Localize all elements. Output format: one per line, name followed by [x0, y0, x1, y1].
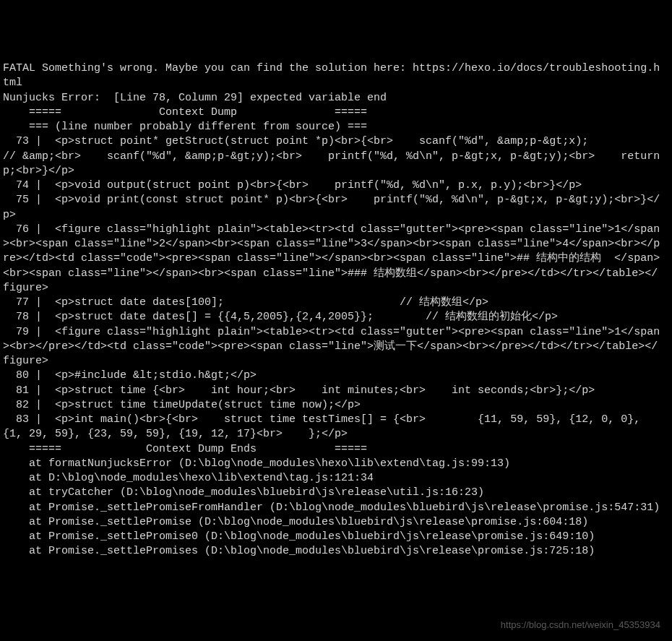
terminal-line: 79 | <figure class="highlight plain"><ta…: [3, 325, 663, 369]
terminal-line: at tryCatcher (D:\blog\node_modules\blue…: [3, 486, 663, 500]
watermark-text: https://blog.csdn.net/weixin_45353934: [501, 619, 660, 632]
terminal-line: 83 | <p>int main()<br>{<br> struct time …: [3, 413, 663, 442]
terminal-line: at Promise._settlePromiseFromHandler (D:…: [3, 501, 663, 515]
terminal-line: at Promise._settlePromise0 (D:\blog\node…: [3, 530, 663, 544]
terminal-line: Nunjucks Error: [Line 78, Column 29] exp…: [3, 91, 663, 106]
terminal-line: 76 | <figure class="highlight plain"><ta…: [3, 223, 663, 296]
terminal-line: 74 | <p>void output(struct point p)<br>{…: [3, 178, 663, 193]
terminal-output: FATAL Something's wrong. Maybe you can f…: [3, 61, 663, 559]
terminal-line: at formatNunjucksError (D:\blog\node_mod…: [3, 457, 663, 471]
terminal-line: at D:\blog\node_modules\hexo\lib\extend\…: [3, 471, 663, 486]
terminal-line: FATAL Something's wrong. Maybe you can f…: [3, 61, 663, 91]
terminal-line: 81 | <p>struct time {<br> int hour;<br> …: [3, 384, 663, 398]
terminal-line: ===== Context Dump Ends =====: [3, 442, 663, 457]
terminal-line: at Promise._settlePromise (D:\blog\node_…: [3, 515, 663, 530]
terminal-line: === (line number probably different from…: [3, 120, 663, 134]
terminal-line: 73 | <p>struct point* getStruct(struct p…: [3, 134, 663, 178]
terminal-line: 80 | <p>#include &lt;stdio.h&gt;</p>: [3, 369, 663, 383]
terminal-line: ===== Context Dump =====: [3, 106, 663, 120]
terminal-line: 82 | <p>struct time timeUpdate(struct ti…: [3, 398, 663, 413]
terminal-line: at Promise._settlePromises (D:\blog\node…: [3, 544, 663, 559]
terminal-line: 77 | <p>struct date dates[100]; // 结构数组<…: [3, 296, 663, 310]
terminal-line: 78 | <p>struct date dates[] = {{4,5,2005…: [3, 310, 663, 324]
terminal-line: 75 | <p>void print(const struct point* p…: [3, 193, 663, 223]
